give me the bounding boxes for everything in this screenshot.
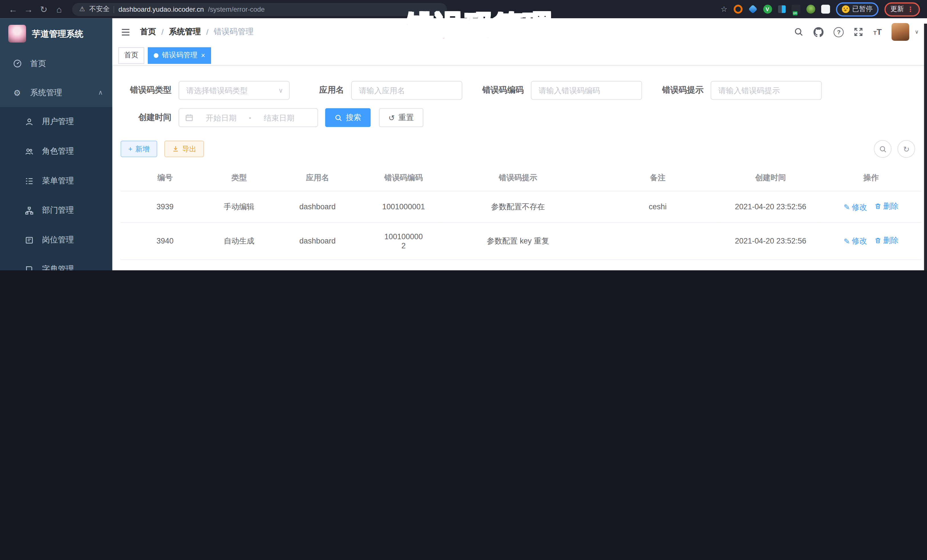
extensions-puzzle-icon[interactable] xyxy=(821,5,830,14)
bookmark-star-icon[interactable]: ☆ xyxy=(720,5,727,14)
calendar-icon xyxy=(185,114,193,122)
sidebar-item-label: 岗位管理 xyxy=(42,235,103,245)
sidebar-item-menus[interactable]: 菜单管理 xyxy=(0,166,112,196)
filter-row-1: 错误码类型 ∨ 应用名 错误码编码 错误码提示 xyxy=(121,81,921,100)
extension-ring-icon[interactable] xyxy=(733,5,742,14)
extension-person-icon[interactable] xyxy=(806,5,815,14)
reset-icon: ↺ xyxy=(389,113,395,122)
column-header: 创建时间 xyxy=(720,165,821,191)
page-scrollbar[interactable] xyxy=(924,24,927,270)
dept-icon xyxy=(24,206,34,215)
help-icon[interactable]: ? xyxy=(834,27,844,37)
cell-id: 3941 xyxy=(121,260,209,270)
table-toolbar: + 新增 导出 ↻ xyxy=(121,140,921,158)
delete-icon xyxy=(874,203,881,210)
reset-button-label: 重置 xyxy=(398,112,414,123)
browser-back-icon[interactable]: ← xyxy=(6,2,20,16)
cell-type: 自动生成 xyxy=(209,222,269,260)
search-button[interactable]: 搜索 xyxy=(325,108,371,127)
sidebar-item-posts[interactable]: 岗位管理 xyxy=(0,225,112,255)
sidebar-item-dicts[interactable]: 字典管理 xyxy=(0,255,112,270)
cell-create-time: 2021-04-20 23:52:56 xyxy=(720,222,821,260)
column-header: 操作 xyxy=(821,165,921,191)
url-path: /system/error-code xyxy=(208,6,265,13)
extension-grid-icon[interactable] xyxy=(778,5,786,13)
hide-search-icon-button[interactable] xyxy=(874,140,891,158)
tag-close-icon[interactable]: × xyxy=(201,51,205,59)
browser-home-icon[interactable]: ⌂ xyxy=(52,2,66,16)
breadcrumb-home[interactable]: 首页 xyxy=(140,27,156,37)
sidebar-item-roles[interactable]: 角色管理 xyxy=(0,137,112,166)
extension-green-icon[interactable]: V xyxy=(763,5,772,14)
breadcrumb-current: 错误码管理 xyxy=(214,27,254,37)
error-code-input[interactable] xyxy=(537,85,635,96)
profile-paused-badge[interactable]: 已暂停 xyxy=(836,2,878,16)
search-icon[interactable] xyxy=(794,27,804,36)
sidebar-item-system[interactable]: ⚙系统管理∧ xyxy=(0,78,112,107)
address-bar[interactable]: ⚠ 不安全 dashboard.yudao.iocoder.cn/system/… xyxy=(72,3,447,16)
error-type-select[interactable]: ∨ xyxy=(179,81,290,100)
date-end-input[interactable] xyxy=(255,112,303,123)
error-hint-field[interactable] xyxy=(711,81,822,100)
error-type-label: 错误码类型 xyxy=(121,85,172,96)
create-time-label: 创建时间 xyxy=(121,112,172,123)
error-hint-input[interactable] xyxy=(717,85,815,96)
browser-forward-icon[interactable]: → xyxy=(21,2,36,16)
user-avatar[interactable] xyxy=(892,23,909,41)
error-hint-label: 错误码提示 xyxy=(652,85,704,96)
browser-menu-icon[interactable]: ⋮ xyxy=(907,5,914,14)
menu-icon xyxy=(24,176,34,185)
export-button[interactable]: 导出 xyxy=(164,141,204,157)
breadcrumb: 首页 / 系统管理 / 错误码管理 xyxy=(140,27,254,37)
cell-actions: ✎修改删除 xyxy=(821,260,921,270)
tag-home[interactable]: 首页 xyxy=(119,47,144,64)
cell-app-name: dashboard xyxy=(269,191,366,222)
error-type-select-input[interactable] xyxy=(185,85,278,96)
table-row: 3941自动生成dashboard100100000 3不能删除类型为系统内置的… xyxy=(121,260,921,270)
date-separator: - xyxy=(249,114,251,122)
cell-app-name: dashboard xyxy=(269,260,366,270)
sidebar-item-label: 字典管理 xyxy=(42,264,103,270)
date-range-picker[interactable]: - xyxy=(179,108,318,127)
tag-error-code[interactable]: 错误码管理 × xyxy=(148,47,211,64)
column-header: 备注 xyxy=(595,165,720,191)
not-secure-label: 不安全 xyxy=(89,5,110,14)
edit-link[interactable]: ✎修改 xyxy=(844,236,868,247)
app-name-input[interactable] xyxy=(358,85,456,96)
breadcrumb-separator: / xyxy=(206,27,208,36)
sidebar-logo[interactable]: 芋道管理系统 xyxy=(0,18,112,49)
github-icon[interactable] xyxy=(814,27,824,37)
delete-link[interactable]: 删除 xyxy=(874,201,898,212)
edit-link[interactable]: ✎修改 xyxy=(844,202,868,212)
date-start-input[interactable] xyxy=(197,112,245,123)
browser-reload-icon[interactable]: ↻ xyxy=(37,2,51,16)
font-size-icon[interactable]: TT xyxy=(873,27,881,37)
cell-create-time: 2021-04-20 23:52:56 xyxy=(720,260,821,270)
reset-button[interactable]: ↺ 重置 xyxy=(379,108,423,127)
roles-icon xyxy=(24,147,34,156)
error-code-field[interactable] xyxy=(531,81,642,100)
user-icon xyxy=(24,117,34,126)
extension-gem-icon[interactable] xyxy=(748,5,757,14)
cell-error-code: 100100000 3 xyxy=(366,260,441,270)
sidebar: 芋道管理系统 首页⚙系统管理∧用户管理角色管理菜单管理部门管理岗位管理字典管理通… xyxy=(0,18,112,270)
navbar-actions: ? TT ∨ xyxy=(794,23,919,41)
sidebar-item-home[interactable]: 首页 xyxy=(0,49,112,78)
tag-home-label: 首页 xyxy=(124,50,138,60)
app-name-field[interactable] xyxy=(351,81,462,100)
extension-on-badge-icon[interactable] xyxy=(791,5,800,14)
breadcrumb-system[interactable]: 系统管理 xyxy=(169,27,201,37)
add-button[interactable]: + 新增 xyxy=(121,141,158,157)
browser-update-button[interactable]: 更新 ⋮ xyxy=(884,2,920,16)
avatar-caret-icon[interactable]: ∨ xyxy=(915,29,919,35)
error-code-label: 错误码编码 xyxy=(472,85,524,96)
hamburger-icon[interactable] xyxy=(121,27,131,37)
paused-label: 已暂停 xyxy=(852,5,873,14)
chevron-down-icon: ∨ xyxy=(278,87,283,94)
sidebar-item-depts[interactable]: 部门管理 xyxy=(0,196,112,225)
refresh-icon-button[interactable]: ↻ xyxy=(897,140,915,158)
delete-link[interactable]: 删除 xyxy=(874,235,898,246)
fullscreen-icon[interactable] xyxy=(854,27,863,36)
app-title: 芋道管理系统 xyxy=(32,28,83,39)
sidebar-item-users[interactable]: 用户管理 xyxy=(0,107,112,137)
